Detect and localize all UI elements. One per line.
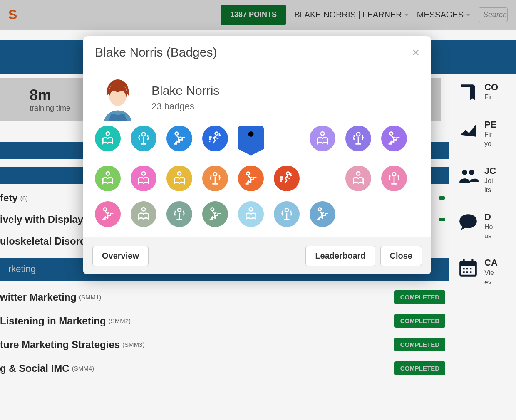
completed-badge xyxy=(439,218,445,221)
profile-row: Blake Norris 23 badges xyxy=(95,75,419,121)
reader-icon xyxy=(314,130,331,147)
growth-icon xyxy=(386,170,402,187)
sidebar-item-calendar[interactable]: CAVieev xyxy=(458,257,516,287)
chevron-down-icon xyxy=(404,14,409,16)
badge-count: 23 badges xyxy=(151,101,219,112)
sidebar-item-discussions[interactable]: DHous xyxy=(458,212,516,241)
reader-icon xyxy=(135,170,152,187)
book-icon xyxy=(458,82,479,103)
badge-reader[interactable] xyxy=(95,166,121,191)
speech-bubble-icon xyxy=(458,212,479,232)
growth-icon xyxy=(207,170,223,187)
stairs-icon xyxy=(314,206,331,222)
search-input[interactable]: Search xyxy=(479,7,508,22)
badge-growth[interactable] xyxy=(381,166,407,191)
completed-badge: COMPLETED xyxy=(394,338,445,351)
badge-growth[interactable] xyxy=(345,126,371,151)
stairs-icon xyxy=(99,206,116,222)
modal-header: Blake Norris (Badges) × xyxy=(83,36,431,69)
completed-badge: COMPLETED xyxy=(394,290,445,304)
badge-champion[interactable] xyxy=(238,126,264,156)
growth-icon xyxy=(350,130,367,147)
sidebar-item-progress[interactable]: PEFiryo xyxy=(458,119,516,149)
badge-growth[interactable] xyxy=(131,126,156,151)
champion-icon xyxy=(238,128,264,153)
badge-reader[interactable] xyxy=(166,166,192,191)
course-row[interactable]: witter Marketing (SMM1) COMPLETED xyxy=(0,285,449,309)
course-row[interactable]: g & Social IMC (SMM4) COMPLETED xyxy=(0,356,449,380)
sidebar-item-groups[interactable]: JCJoiits xyxy=(458,166,516,195)
reader-icon xyxy=(171,170,188,187)
close-icon[interactable]: × xyxy=(412,46,419,59)
badge-stairs[interactable] xyxy=(166,126,192,151)
users-icon xyxy=(458,166,479,186)
course-row[interactable]: ture Marketing Strategies (SMM3) COMPLET… xyxy=(0,333,449,356)
badge-growth[interactable] xyxy=(274,201,300,227)
badge-stairs[interactable] xyxy=(238,166,264,191)
reader-icon xyxy=(243,206,259,222)
badge-stairs[interactable] xyxy=(202,201,228,227)
badge-runner[interactable] xyxy=(202,126,228,151)
chevron-down-icon xyxy=(466,14,470,16)
badge-stairs[interactable] xyxy=(381,126,407,151)
close-button[interactable]: Close xyxy=(380,246,422,266)
badge-grid xyxy=(95,126,419,227)
runner-icon xyxy=(278,170,295,187)
points-badge[interactable]: 1387 POINTS xyxy=(221,5,286,25)
modal-title: Blake Norris (Badges) xyxy=(95,45,217,59)
badge-reader[interactable] xyxy=(95,126,121,151)
profile-name: Blake Norris xyxy=(151,84,219,98)
top-header: S 1387 POINTS BLAKE NORRIS | LEARNER MES… xyxy=(0,0,516,30)
right-sidebar: COFir PEFiryo JCJoiits DHous CAVieev xyxy=(449,74,516,380)
runner-icon xyxy=(207,130,223,147)
app-logo: S xyxy=(8,7,17,22)
modal-footer: Overview Leaderboard Close xyxy=(83,237,431,274)
leaderboard-button[interactable]: Leaderboard xyxy=(305,246,375,266)
reader-icon xyxy=(135,206,152,222)
badge-reader[interactable] xyxy=(310,126,335,151)
badge-reader[interactable] xyxy=(238,201,264,227)
growth-icon xyxy=(171,206,188,222)
stairs-icon xyxy=(243,170,259,187)
stairs-icon xyxy=(207,206,223,222)
completed-badge: COMPLETED xyxy=(394,361,445,375)
badge-stairs[interactable] xyxy=(95,201,121,227)
avatar xyxy=(95,75,141,121)
reader-icon xyxy=(99,170,116,187)
stairs-icon xyxy=(386,130,402,147)
messages-menu[interactable]: MESSAGES xyxy=(417,10,470,20)
chart-line-icon xyxy=(458,119,479,140)
user-menu-label: BLAKE NORRIS | LEARNER xyxy=(294,10,402,20)
badge-growth[interactable] xyxy=(166,201,192,227)
completed-badge xyxy=(439,196,445,200)
badge-runner[interactable] xyxy=(274,166,300,191)
sidebar-item-courses[interactable]: COFir xyxy=(458,82,516,103)
overview-button[interactable]: Overview xyxy=(92,246,149,266)
badge-reader[interactable] xyxy=(131,166,156,191)
growth-icon xyxy=(135,130,152,147)
badge-reader[interactable] xyxy=(131,201,156,227)
badges-modal: Blake Norris (Badges) × Blake Norris 23 … xyxy=(83,36,431,274)
badge-stairs[interactable] xyxy=(310,201,335,227)
badge-growth[interactable] xyxy=(202,166,228,191)
reader-icon xyxy=(99,130,116,147)
user-menu[interactable]: BLAKE NORRIS | LEARNER xyxy=(294,10,409,20)
badge-reader[interactable] xyxy=(345,166,371,191)
growth-icon xyxy=(278,206,295,222)
stairs-icon xyxy=(171,130,188,147)
messages-menu-label: MESSAGES xyxy=(417,10,464,20)
course-row[interactable]: Listening in Marketing (SMM2) COMPLETED xyxy=(0,309,449,333)
reader-icon xyxy=(350,170,367,187)
calendar-icon xyxy=(458,257,479,278)
completed-badge: COMPLETED xyxy=(394,314,445,328)
